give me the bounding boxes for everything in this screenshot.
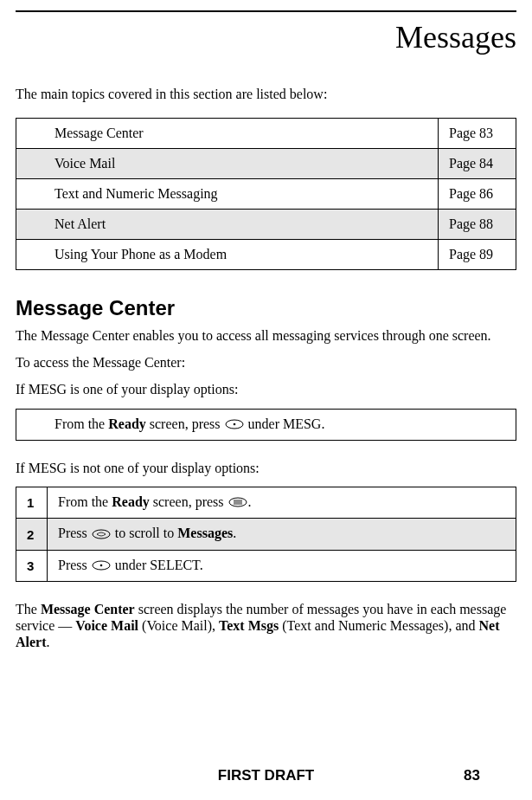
text: From the: [58, 494, 112, 509]
menu-key-icon: [228, 495, 247, 511]
table-row: 1 From the Ready screen, press .: [16, 487, 516, 519]
topic-name: Net Alert: [16, 210, 439, 240]
top-rule: [16, 10, 516, 12]
text: screen, press: [146, 416, 224, 431]
topics-table: Message Center Page 83 Voice Mail Page 8…: [16, 118, 516, 270]
table-row: 3 Press under SELECT.: [16, 550, 516, 581]
footer: FIRST DRAFT 83: [0, 767, 532, 784]
paragraph: The Message Center enables you to access…: [16, 327, 516, 344]
text-bold: Text Msgs: [219, 618, 279, 633]
text: .: [47, 635, 50, 649]
text: screen, press: [150, 494, 228, 509]
topic-page: Page 88: [439, 210, 516, 240]
softkey-icon: [92, 558, 111, 574]
instruction-cell: Press to scroll to Messages.: [48, 519, 516, 550]
topic-name: Voice Mail: [16, 149, 439, 179]
table-row: Voice Mail Page 84: [16, 149, 516, 179]
text-bold: Ready: [108, 416, 146, 431]
svg-point-1: [233, 423, 235, 426]
text: Press: [58, 526, 91, 540]
instruction-table-steps: 1 From the Ready screen, press . 2 Press…: [16, 487, 516, 582]
paragraph: If MESG is not one of your display optio…: [16, 460, 516, 476]
svg-point-6: [93, 530, 110, 539]
instruction-cell: From the Ready screen, press under MESG.: [16, 409, 516, 440]
paragraph: If MESG is one of your display options:: [16, 381, 516, 397]
softkey-icon: [225, 417, 244, 433]
text-bold: Ready: [112, 494, 150, 509]
text: The: [16, 602, 41, 616]
table-row: Text and Numeric Messaging Page 86: [16, 179, 516, 210]
paragraph: The Message Center screen displays the n…: [16, 601, 516, 651]
table-row: Net Alert Page 88: [16, 210, 516, 240]
text: From the: [54, 416, 108, 431]
topic-name: Text and Numeric Messaging: [16, 179, 439, 210]
text-bold: Messages: [177, 526, 233, 540]
instruction-table-single: From the Ready screen, press under MESG.: [16, 409, 516, 441]
table-row: Message Center Page 83: [16, 119, 516, 149]
topic-page: Page 84: [439, 149, 516, 179]
topic-page: Page 83: [439, 119, 516, 149]
text-bold: Message Center: [41, 602, 135, 616]
instruction-cell: Press under SELECT.: [48, 550, 516, 581]
text: (Voice Mail),: [138, 618, 219, 633]
text: (Text and Numeric Messages), and: [279, 618, 478, 633]
text: under MESG.: [245, 416, 325, 431]
footer-page-number: 83: [464, 767, 480, 784]
step-number: 3: [16, 550, 48, 581]
footer-label: FIRST DRAFT: [218, 767, 314, 784]
topic-name: Message Center: [16, 119, 439, 149]
instruction-cell: From the Ready screen, press .: [48, 487, 516, 519]
text: to scroll to: [112, 526, 177, 540]
step-number: 2: [16, 519, 48, 550]
svg-point-8: [99, 565, 102, 567]
table-row: From the Ready screen, press under MESG.: [16, 409, 516, 440]
paragraph: To access the Message Center:: [16, 354, 516, 371]
text: under SELECT.: [112, 558, 203, 572]
text: .: [248, 494, 252, 509]
section-heading: Message Center: [16, 296, 516, 320]
step-number: 1: [16, 487, 48, 519]
topic-name: Using Your Phone as a Modem: [16, 240, 439, 270]
text: Press: [58, 558, 91, 572]
topic-page: Page 86: [439, 179, 516, 210]
table-row: Using Your Phone as a Modem Page 89: [16, 240, 516, 270]
intro-text: The main topics covered in this section …: [16, 87, 516, 102]
text-bold: Voice Mail: [75, 618, 138, 633]
topic-page: Page 89: [439, 240, 516, 270]
table-row: 2 Press to scroll to Messages.: [16, 519, 516, 550]
chapter-title: Messages: [16, 19, 516, 55]
text: .: [233, 526, 236, 540]
scroll-key-icon: [92, 527, 111, 543]
